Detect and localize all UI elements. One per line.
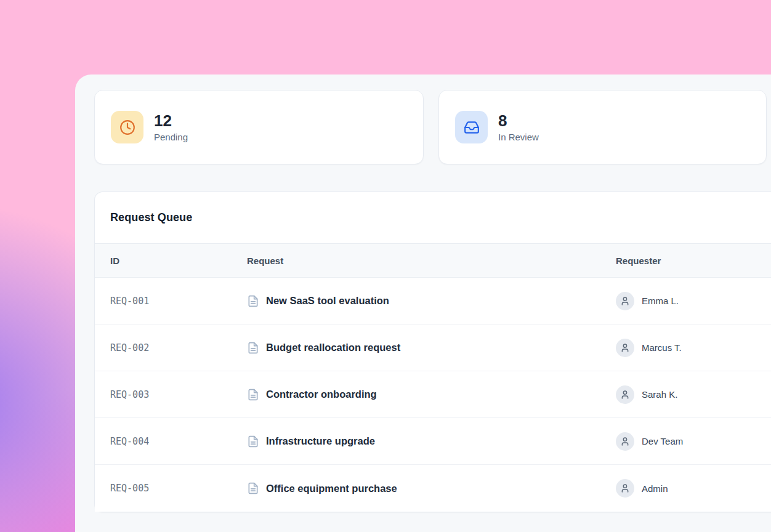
file-text-icon <box>247 342 259 354</box>
pending-count: 12 <box>154 112 188 130</box>
table-row[interactable]: REQ-001 New SaaS tool evaluation Emma L. <box>95 278 771 324</box>
avatar <box>616 292 634 310</box>
table-row[interactable]: REQ-005 Office equipment purchase Admin <box>95 465 771 512</box>
stat-card-pending: 12 Pending <box>94 90 424 164</box>
avatar <box>616 339 634 357</box>
request-queue-card: Request Queue ID Request Requester REQ-0… <box>94 191 771 512</box>
file-text-icon <box>247 482 259 494</box>
user-icon <box>620 483 630 493</box>
table-row[interactable]: REQ-002 Budget reallocation request Marc… <box>95 324 771 371</box>
table-header-row: ID Request Requester <box>95 244 771 278</box>
request-id: REQ-005 <box>110 483 247 494</box>
inbox-icon <box>455 111 488 143</box>
request-id: REQ-003 <box>110 389 247 400</box>
requester-name: Admin <box>642 483 668 494</box>
file-text-icon <box>247 295 259 307</box>
column-header-requester: Requester <box>616 256 770 266</box>
avatar <box>616 432 634 451</box>
user-icon <box>620 296 630 306</box>
column-header-request: Request <box>247 256 616 266</box>
in-review-count: 8 <box>498 112 539 130</box>
avatar <box>616 385 634 404</box>
user-icon <box>620 390 630 400</box>
desktop-background: { "stat_cards": [ { "value": "12", "labe… <box>0 0 771 532</box>
in-review-label: In Review <box>498 132 539 142</box>
request-title: New SaaS tool evaluation <box>266 295 389 307</box>
avatar <box>616 479 634 498</box>
table-body: REQ-001 New SaaS tool evaluation Emma L.… <box>95 278 771 512</box>
request-title: Budget reallocation request <box>266 342 400 353</box>
requester-name: Dev Team <box>642 436 683 446</box>
stat-card-in-review: 8 In Review <box>438 90 767 164</box>
request-title: Contractor onboarding <box>266 389 377 400</box>
file-text-icon <box>247 435 259 448</box>
requester-name: Emma L. <box>642 296 679 306</box>
clock-icon <box>111 111 143 143</box>
request-title: Office equipment purchase <box>266 483 397 494</box>
request-title: Infrastructure upgrade <box>266 435 375 447</box>
request-queue-title: Request Queue <box>110 211 192 224</box>
requester-name: Marcus T. <box>642 342 682 353</box>
column-header-id: ID <box>110 256 247 266</box>
request-id: REQ-001 <box>110 296 247 307</box>
request-id: REQ-004 <box>110 436 247 447</box>
pending-label: Pending <box>154 132 188 142</box>
requester-name: Sarah K. <box>642 389 677 400</box>
request-id: REQ-002 <box>110 342 247 353</box>
user-icon <box>620 437 630 446</box>
stats-row: 12 Pending 8 In Review <box>94 90 767 164</box>
table-row[interactable]: REQ-003 Contractor onboarding Sarah K. <box>95 371 771 418</box>
user-icon <box>620 343 630 353</box>
table-row[interactable]: REQ-004 Infrastructure upgrade Dev Team <box>95 418 771 465</box>
file-text-icon <box>247 389 259 401</box>
app-panel: 12 Pending 8 In Review Request Queue ID … <box>75 75 771 532</box>
